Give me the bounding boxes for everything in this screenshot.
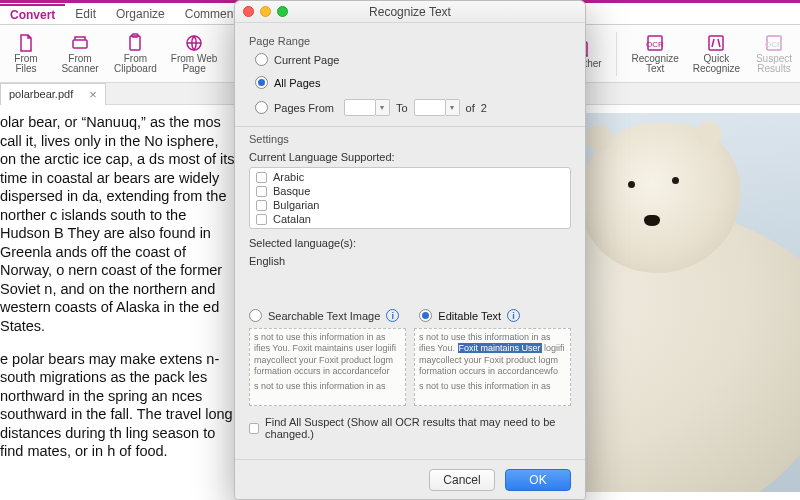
radio-editable[interactable] bbox=[419, 309, 432, 322]
from-webpage-button[interactable]: From Web Page bbox=[171, 33, 218, 75]
checkbox-icon bbox=[256, 172, 267, 183]
radio-searchable[interactable] bbox=[249, 309, 262, 322]
preview-searchable: s not to use this information in as ifie… bbox=[249, 328, 406, 406]
recognize-text-button[interactable]: OCR Recognize Text bbox=[631, 33, 678, 75]
ribbon-tab-organize[interactable]: Organize bbox=[106, 4, 175, 24]
svg-text:OCR: OCR bbox=[765, 40, 783, 49]
ribbon-tab-convert[interactable]: Convert bbox=[0, 4, 65, 24]
checkbox-icon bbox=[256, 214, 267, 225]
suspect-results-button[interactable]: OCR Suspect Results bbox=[754, 33, 794, 75]
window-controls bbox=[243, 6, 288, 17]
dialog-footer: Cancel OK bbox=[235, 459, 585, 499]
searchable-label: Searchable Text Image bbox=[268, 310, 380, 322]
recognize-text-dialog: Recognize Text Page Range Current Page A… bbox=[234, 0, 586, 500]
document-tab[interactable]: polarbear.pdf × bbox=[0, 83, 106, 105]
svg-rect-1 bbox=[130, 36, 140, 50]
of-label: of bbox=[466, 102, 475, 114]
clipboard-icon bbox=[124, 33, 146, 53]
settings-label: Settings bbox=[249, 133, 571, 145]
suspect-results-label: Suspect Results bbox=[756, 54, 792, 75]
from-files-label: From Files bbox=[14, 54, 37, 75]
selected-language-value: English bbox=[249, 255, 571, 267]
info-icon[interactable]: i bbox=[386, 309, 399, 322]
info-icon[interactable]: i bbox=[507, 309, 520, 322]
radio-icon bbox=[255, 76, 268, 89]
highlight: Foxit maintains User bbox=[458, 343, 542, 353]
cancel-button[interactable]: Cancel bbox=[429, 469, 495, 491]
window-close-icon[interactable] bbox=[243, 6, 254, 17]
language-item[interactable]: Arabic bbox=[250, 170, 570, 184]
radio-icon bbox=[255, 53, 268, 66]
article-paragraph: e polar bears may make extens n-south mi… bbox=[0, 350, 235, 461]
language-label: Bulgarian bbox=[273, 199, 319, 211]
language-label: Catalan bbox=[273, 213, 311, 225]
radio-label: Pages From bbox=[274, 102, 334, 114]
quick-recognize-label: Quick Recognize bbox=[693, 54, 740, 75]
divider bbox=[235, 126, 585, 127]
page-range-label: Page Range bbox=[249, 35, 571, 47]
page-from-stepper[interactable]: ▾ bbox=[376, 99, 390, 116]
window-minimize-icon[interactable] bbox=[260, 6, 271, 17]
language-label: Arabic bbox=[273, 171, 304, 183]
checkbox-icon bbox=[256, 186, 267, 197]
language-item[interactable]: Catalan bbox=[250, 212, 570, 226]
radio-label: All Pages bbox=[274, 77, 320, 89]
dialog-body: Page Range Current Page All Pages Pages … bbox=[235, 23, 585, 459]
radio-pages-from[interactable]: Pages From ▾ To ▾ of 2 bbox=[255, 99, 571, 116]
svg-text:OCR: OCR bbox=[646, 40, 664, 49]
radio-all-pages[interactable]: All Pages bbox=[255, 76, 571, 89]
from-scanner-button[interactable]: From Scanner bbox=[60, 33, 100, 75]
ok-button[interactable]: OK bbox=[505, 469, 571, 491]
radio-label: Current Page bbox=[274, 54, 339, 66]
ocr-preview-row: s not to use this information in as ifie… bbox=[249, 328, 571, 406]
checkbox-icon bbox=[256, 200, 267, 211]
dialog-titlebar[interactable]: Recognize Text bbox=[235, 1, 585, 23]
find-all-label: Find All Suspect (Show all OCR results t… bbox=[265, 416, 571, 440]
from-clipboard-label: From Clipboard bbox=[114, 54, 157, 75]
language-list[interactable]: Arabic Basque Bulgarian Catalan bbox=[249, 167, 571, 229]
language-item[interactable]: Basque bbox=[250, 184, 570, 198]
ribbon-tab-edit[interactable]: Edit bbox=[65, 4, 106, 24]
page-to-stepper[interactable]: ▾ bbox=[446, 99, 460, 116]
to-label: To bbox=[396, 102, 408, 114]
ribbon-separator bbox=[616, 32, 617, 76]
find-all-suspect-row[interactable]: Find All Suspect (Show all OCR results t… bbox=[249, 416, 571, 440]
ocr-icon: OCR bbox=[644, 33, 666, 53]
language-item[interactable]: Bulgarian bbox=[250, 198, 570, 212]
radio-current-page[interactable]: Current Page bbox=[255, 53, 571, 66]
file-icon bbox=[15, 33, 37, 53]
language-supported-label: Current Language Supported: bbox=[249, 151, 571, 163]
radio-icon bbox=[255, 101, 268, 114]
total-pages: 2 bbox=[481, 102, 487, 114]
article-paragraph: olar bear, or “Nanuuq,” as the mos call … bbox=[0, 113, 235, 336]
suspect-icon: OCR bbox=[763, 33, 785, 53]
page-from-input[interactable] bbox=[344, 99, 376, 116]
window-zoom-icon[interactable] bbox=[277, 6, 288, 17]
svg-rect-0 bbox=[73, 40, 87, 48]
from-files-button[interactable]: From Files bbox=[6, 33, 46, 75]
quick-recognize-button[interactable]: Quick Recognize bbox=[693, 33, 740, 75]
language-label: Basque bbox=[273, 185, 310, 197]
svg-rect-7 bbox=[709, 36, 723, 50]
recognize-text-label: Recognize Text bbox=[631, 54, 678, 75]
from-scanner-label: From Scanner bbox=[61, 54, 98, 75]
scanner-icon bbox=[69, 33, 91, 53]
document-tab-name: polarbear.pdf bbox=[9, 88, 73, 100]
preview-editable: s not to use this information in as ifie… bbox=[414, 328, 571, 406]
from-clipboard-button[interactable]: From Clipboard bbox=[114, 33, 157, 75]
globe-icon bbox=[183, 33, 205, 53]
page-to-input[interactable] bbox=[414, 99, 446, 116]
checkbox-icon bbox=[249, 423, 259, 434]
from-webpage-label: From Web Page bbox=[171, 54, 218, 75]
editable-label: Editable Text bbox=[438, 310, 501, 322]
quick-ocr-icon bbox=[705, 33, 727, 53]
selected-language-label: Selected language(s): bbox=[249, 237, 571, 249]
article-text: olar bear, or “Nanuuq,” as the mos call … bbox=[0, 113, 235, 492]
close-tab-icon[interactable]: × bbox=[89, 87, 97, 102]
